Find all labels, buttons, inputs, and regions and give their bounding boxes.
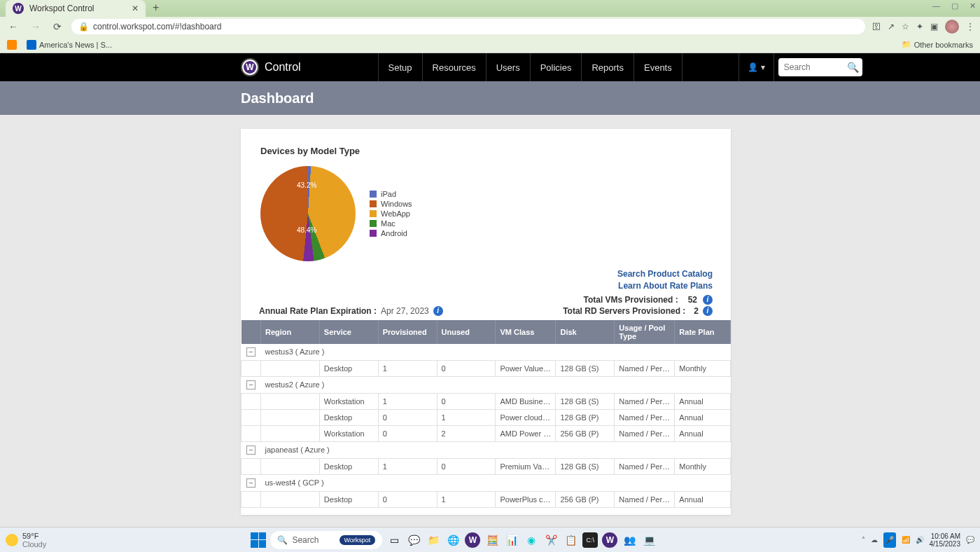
calculator-icon[interactable]: 🧮 (484, 532, 500, 548)
col-provisioned[interactable]: Provisioned (378, 320, 437, 344)
taskview-icon[interactable]: ▭ (386, 532, 402, 548)
collapse-icon[interactable]: − (246, 347, 255, 357)
forward-button[interactable]: → (28, 21, 43, 32)
close-icon[interactable]: ✕ (969, 1, 976, 11)
taskbar-weather[interactable]: 59°F Cloudy (6, 532, 46, 548)
profile-avatar-icon[interactable] (945, 20, 959, 34)
collapse-icon[interactable]: − (246, 380, 255, 389)
table-row[interactable]: Desktop10Premium Value ...128 GB (S)Name… (241, 458, 731, 474)
new-tab-button[interactable]: + (146, 0, 166, 17)
legend-item[interactable]: Mac (370, 219, 412, 228)
maximize-icon[interactable]: ▢ (951, 1, 958, 11)
rate-plans-link[interactable]: Learn About Rate Plans (259, 280, 713, 292)
reload-button[interactable]: ⟳ (50, 21, 64, 32)
help-links: Search Product Catalog Learn About Rate … (241, 268, 731, 292)
terminal-icon[interactable]: C:\ (582, 532, 598, 548)
col-service[interactable]: Service (319, 320, 378, 344)
app-icon[interactable]: ◉ (524, 532, 539, 548)
extensions-icon[interactable]: ✦ (916, 22, 923, 32)
provisioning-table: Region Service Provisioned Unused VM Cla… (241, 320, 731, 508)
app-icon[interactable]: 📊 (504, 532, 519, 548)
volume-icon[interactable]: 🔊 (916, 536, 924, 544)
collapse-icon[interactable]: − (246, 446, 255, 455)
main-nav: Setup Resources Users Policies Reports E… (378, 53, 682, 81)
brand-logo[interactable]: W Control (0, 58, 378, 76)
onedrive-icon[interactable]: ☁ (871, 536, 878, 544)
user-menu-dropdown[interactable]: 👤 ▾ (738, 53, 774, 81)
legend-item[interactable]: iPad (370, 190, 412, 198)
total-rd-label: Total RD Servers Provisioned : (563, 306, 685, 316)
legend-item[interactable]: Android (370, 229, 412, 237)
chrome-icon[interactable]: 🌐 (445, 532, 461, 548)
nav-policies[interactable]: Policies (530, 53, 582, 81)
search-input[interactable] (784, 62, 847, 72)
nav-events[interactable]: Events (634, 53, 682, 81)
table-row[interactable]: Desktop01PowerPlus clou...256 GB (P)Name… (241, 491, 731, 507)
info-icon[interactable]: i (703, 306, 713, 316)
col-rateplan[interactable]: Rate Plan (675, 320, 731, 344)
tab-close-icon[interactable]: ✕ (132, 4, 139, 13)
chart-title: Devices by Model Type (241, 146, 731, 156)
mic-icon[interactable]: 🎤 (883, 532, 896, 548)
start-button[interactable] (251, 532, 266, 548)
notifications-icon[interactable]: 💬 (966, 536, 974, 544)
chevron-up-icon[interactable]: ˄ (862, 536, 865, 544)
col-disk[interactable]: Disk (556, 320, 615, 344)
browser-action-icons: ⚿ ↗ ☆ ✦ ▣ ⋮ (872, 20, 974, 34)
page-title-bar: Dashboard (0, 81, 980, 115)
table-row[interactable]: Workstation02AMD Power GP...256 GB (P)Na… (241, 425, 731, 441)
bookmark-item[interactable] (7, 40, 17, 50)
region-group-row[interactable]: −us-west4 ( GCP ) (241, 474, 731, 491)
nav-setup[interactable]: Setup (378, 53, 422, 81)
browser-tab[interactable]: W Workspot Control ✕ (6, 0, 146, 17)
workspot-icon[interactable]: W (465, 532, 480, 548)
weather-icon (6, 534, 18, 546)
nav-reports[interactable]: Reports (581, 53, 634, 81)
col-usage[interactable]: Usage / Pool Type (615, 320, 675, 344)
app-icon[interactable]: 📋 (563, 532, 578, 548)
chat-icon[interactable]: 💬 (406, 532, 421, 548)
minimize-icon[interactable]: — (932, 1, 940, 11)
taskbar-clock[interactable]: 10:06 AM 4/15/2023 (930, 532, 961, 548)
info-icon[interactable]: i (433, 306, 443, 316)
sidepanel-icon[interactable]: ▣ (930, 22, 938, 32)
col-vmclass[interactable]: VM Class (496, 320, 556, 344)
explorer-icon[interactable]: 📁 (426, 532, 441, 548)
table-row[interactable]: Desktop10Power Value clo...128 GB (S)Nam… (241, 360, 731, 376)
url-text: control.workspot.com/#!dashboard (93, 22, 221, 32)
search-catalog-link[interactable]: Search Product Catalog (259, 268, 713, 280)
nav-resources[interactable]: Resources (422, 53, 486, 81)
app-icon[interactable]: ✂️ (543, 532, 559, 548)
table-row[interactable]: Desktop01Power cloud de...128 GB (P)Name… (241, 409, 731, 425)
collapse-icon[interactable]: − (246, 478, 255, 488)
region-group-row[interactable]: −westus2 ( Azure ) (241, 376, 731, 393)
table-row[interactable]: Workstation10AMD Business ...128 GB (S)N… (241, 393, 731, 409)
key-icon[interactable]: ⚿ (872, 22, 881, 32)
wifi-icon[interactable]: 📶 (902, 536, 910, 544)
search-icon[interactable]: 🔍 (847, 62, 859, 73)
devices-pie-chart[interactable]: 43.2% 48.4% (260, 166, 356, 261)
info-icon[interactable]: i (703, 295, 713, 305)
teams-icon[interactable]: 👥 (622, 532, 637, 548)
back-button[interactable]: ← (6, 21, 21, 32)
swatch-icon (370, 230, 377, 237)
legend-item[interactable]: WebApp (370, 209, 412, 218)
region-group-row[interactable]: −westus3 ( Azure ) (241, 344, 731, 361)
search-box[interactable]: 🔍 (778, 58, 862, 76)
app-icon[interactable]: 💻 (641, 532, 657, 548)
bookmarks-bar: America's News | S... 📁 Other bookmarks (0, 36, 980, 53)
other-bookmarks-button[interactable]: 📁 Other bookmarks (902, 40, 973, 49)
col-region[interactable]: Region (260, 320, 319, 344)
region-group-row[interactable]: −japaneast ( Azure ) (241, 441, 731, 458)
folder-icon: 📁 (902, 40, 911, 49)
bookmark-item[interactable]: America's News | S... (27, 40, 112, 50)
nav-users[interactable]: Users (486, 53, 530, 81)
share-icon[interactable]: ↗ (888, 22, 895, 32)
menu-icon[interactable]: ⋮ (966, 22, 974, 32)
address-bar[interactable]: 🔒 control.workspot.com/#!dashboard (71, 19, 865, 34)
star-icon[interactable]: ☆ (902, 22, 909, 32)
workspot2-icon[interactable]: W (602, 532, 617, 548)
legend-item[interactable]: Windows (370, 200, 412, 208)
col-unused[interactable]: Unused (437, 320, 496, 344)
taskbar-search[interactable]: 🔍 Search Workspot (270, 531, 382, 549)
